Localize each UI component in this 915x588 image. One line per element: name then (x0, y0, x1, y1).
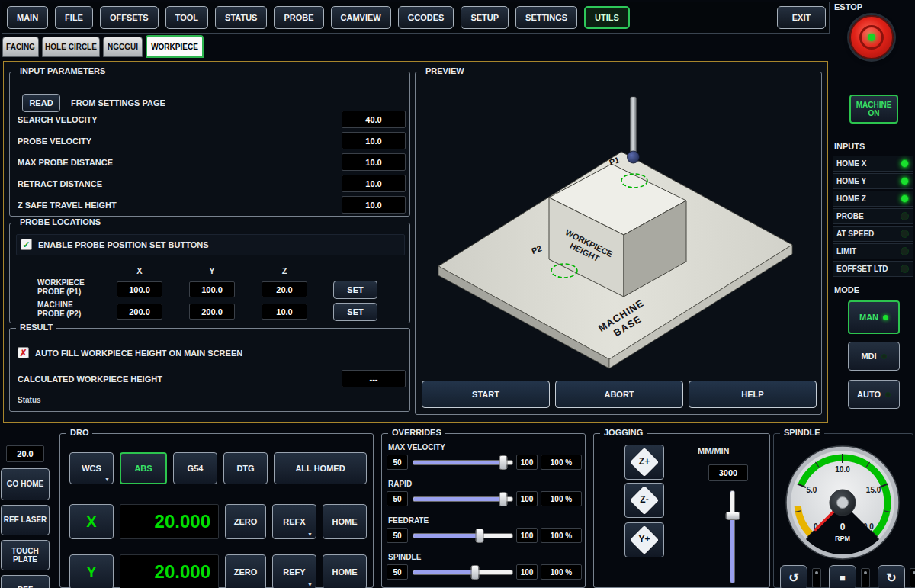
spindle-indicator-1 (861, 568, 870, 588)
calc-height-label: CALCULATED WORKPIECE HEIGHT (18, 374, 162, 384)
jog-z-plus-button[interactable]: Z+ (624, 445, 664, 480)
spindle-ov-label: SPINDLE (388, 553, 421, 561)
p2-row-label-1: MACHINE (37, 300, 73, 309)
spindle-ccw-button[interactable]: ↺ (780, 565, 807, 588)
menu-item-camview[interactable]: CAMVIEW (331, 6, 391, 29)
auto-button[interactable]: AUTO (848, 380, 900, 409)
jogging-title: JOGGING (600, 428, 647, 437)
spindle-cw-button[interactable]: ↻ (878, 565, 905, 588)
help-button[interactable]: HELP (689, 381, 817, 408)
p2-set-button[interactable]: SET (333, 303, 377, 321)
feedrate-slider[interactable] (413, 533, 513, 538)
p1-z-value[interactable]: 20.0 (262, 281, 307, 297)
slider-handle[interactable] (476, 529, 484, 543)
start-button[interactable]: START (422, 381, 550, 408)
rapid-slider[interactable] (413, 496, 513, 502)
input-parameters-title: INPUT PARAMETERS (16, 66, 109, 76)
ref-laser-button[interactable]: REF LASER (1, 505, 50, 535)
p1-x-value[interactable]: 100.0 (117, 281, 162, 297)
menu-item-settings[interactable]: SETTINGS (515, 6, 577, 29)
param-value-probe-velocity[interactable]: 10.0 (342, 132, 406, 149)
slider-handle[interactable] (499, 455, 508, 470)
menu-item-status[interactable]: STATUS (215, 6, 267, 29)
read-button[interactable]: READ (22, 94, 60, 112)
menu-item-utils[interactable]: UTILS (584, 6, 630, 29)
menu-bar: MAIN FILE OFFSETS TOOL STATUS PROBE CAMV… (2, 2, 830, 34)
group-spindle: SPINDLE (773, 433, 913, 588)
axis-x-button[interactable]: X (69, 504, 114, 539)
group-input-parameters: INPUT PARAMETERS READ FROM SETTINGS PAGE… (9, 72, 410, 217)
input-label-home-y: HOME Y (836, 177, 866, 185)
auto-button-label: AUTO (857, 390, 881, 400)
param-value-z-safe-travel[interactable]: 10.0 (342, 196, 406, 214)
spindle-stop-button[interactable]: ■ (829, 565, 856, 588)
x-home-button[interactable]: HOME (323, 504, 367, 539)
max-velocity-slider[interactable] (413, 460, 513, 465)
y-zero-button[interactable]: ZERO (225, 554, 266, 588)
menu-item-main[interactable]: MAIN (7, 6, 48, 29)
touch-plate-button[interactable]: TOUCH PLATE (1, 540, 50, 570)
tab-hole-circle[interactable]: HOLE CIRCLE (42, 37, 100, 57)
man-button[interactable]: MAN (848, 300, 900, 334)
param-value-retract-distance[interactable]: 10.0 (342, 175, 406, 192)
slider-handle[interactable] (470, 565, 479, 580)
estop-button[interactable] (849, 15, 894, 59)
jog-z-minus-button[interactable]: Z- (624, 483, 664, 518)
jog-y-plus-button[interactable]: Y+ (624, 522, 664, 557)
autofill-checkbox[interactable] (18, 347, 29, 358)
refx-button[interactable]: REFX (272, 504, 316, 539)
enable-probe-label: ENABLE PROBE POSITION SET BUTTONS (38, 240, 209, 249)
wcs-button[interactable]: WCS (69, 452, 114, 484)
g54-button[interactable]: G54 (173, 452, 217, 484)
preview-scene: WORKPIECE HEIGHT MACHINE BASE P1 P2 (417, 79, 821, 379)
dro-title: DRO (66, 428, 92, 437)
menu-item-offsets[interactable]: OFFSETS (100, 6, 159, 29)
tab-workpiece[interactable]: WORKPIECE (146, 35, 204, 58)
p2-z-value[interactable]: 10.0 (262, 304, 307, 320)
slider-handle[interactable] (499, 492, 508, 506)
x-zero-button[interactable]: ZERO (225, 504, 266, 539)
enable-probe-checkbox[interactable] (21, 239, 32, 250)
touch-height-value[interactable]: 20.0 (6, 445, 44, 462)
jog-rate-value: 3000 (708, 464, 748, 481)
p1-row-label-2: PROBE (P1) (37, 288, 81, 296)
param-value-max-probe-distance[interactable]: 10.0 (342, 153, 406, 171)
y-home-button[interactable]: HOME (323, 554, 367, 588)
led-at-speed (901, 230, 909, 238)
input-row-home-z: HOME Z (833, 191, 913, 207)
rapid-label: RAPID (388, 480, 412, 488)
machine-on-button[interactable]: MACHINE ON (849, 95, 898, 124)
abs-button[interactable]: ABS (120, 452, 167, 484)
jog-speed-slider[interactable] (730, 490, 735, 583)
spindle-ov-slider[interactable] (413, 570, 513, 575)
p1-y-value[interactable]: 100.0 (189, 281, 235, 297)
menu-item-gcodes[interactable]: GCODES (398, 6, 454, 29)
all-homed-button[interactable]: ALL HOMED (274, 452, 367, 484)
tab-ngcgui[interactable]: NGCGUI (103, 37, 143, 57)
go-home-button[interactable]: GO HOME (1, 468, 50, 500)
p2-y-value[interactable]: 200.0 (189, 304, 235, 320)
menu-item-setup[interactable]: SETUP (461, 6, 509, 29)
ref-button[interactable]: REF (1, 575, 50, 588)
exit-button[interactable]: EXIT (777, 6, 826, 29)
dtg-button[interactable]: DTG (223, 452, 268, 484)
slider-handle[interactable] (725, 512, 740, 520)
p1-set-button[interactable]: SET (333, 281, 377, 299)
param-value-search-velocity[interactable]: 40.0 (342, 111, 406, 128)
man-button-label: MAN (859, 313, 878, 323)
p2-x-value[interactable]: 200.0 (117, 304, 162, 320)
menu-item-tool[interactable]: TOOL (165, 6, 208, 29)
slider-fill (413, 461, 503, 464)
mdi-button[interactable]: MDI (848, 342, 900, 371)
rapid-max: 100 (516, 491, 538, 506)
abort-button[interactable]: ABORT (555, 381, 683, 408)
menu-item-probe[interactable]: PROBE (274, 6, 323, 29)
estop-label: ESTOP (834, 2, 862, 11)
spindle-rpm-unit: RPM (835, 535, 850, 542)
jog-rate-unit-label: MM/MIN (698, 446, 730, 455)
inputs-title: INPUTS (834, 142, 865, 151)
refy-button[interactable]: REFY (272, 554, 316, 588)
tab-facing[interactable]: FACING (2, 37, 39, 57)
menu-item-file[interactable]: FILE (55, 6, 93, 29)
axis-y-button[interactable]: Y (69, 554, 114, 588)
